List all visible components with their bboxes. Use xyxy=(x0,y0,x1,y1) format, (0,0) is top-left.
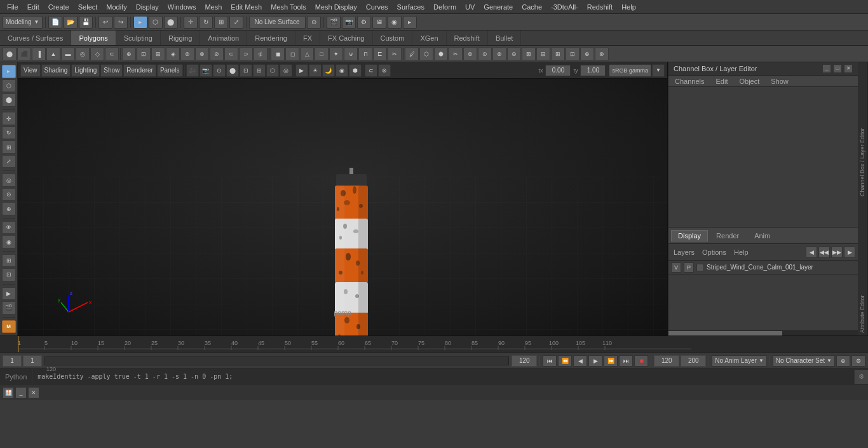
tab-custom[interactable]: Custom xyxy=(373,31,413,45)
lasso-select-btn[interactable]: ⬡ xyxy=(149,16,163,29)
live-surface-btn[interactable]: No Live Surface xyxy=(249,16,306,29)
shelf-extract-btn[interactable]: ⊏ xyxy=(373,47,387,61)
start-frame-input[interactable] xyxy=(3,355,22,367)
vp-tx-input[interactable] xyxy=(545,65,571,76)
display-render-btn[interactable]: 🖥 xyxy=(372,16,386,29)
tab-fx-caching[interactable]: FX Caching xyxy=(320,31,372,45)
menu-redshift[interactable]: Redshift xyxy=(583,2,617,12)
menu-generate[interactable]: Generate xyxy=(479,2,517,12)
char-set-btn2[interactable]: ⚙ xyxy=(851,355,865,367)
shelf-plane-btn[interactable]: ▬ xyxy=(61,47,75,61)
shelf-bool-int-btn[interactable]: ⊄ xyxy=(254,47,268,61)
le-tab-anim[interactable]: Anim xyxy=(747,230,777,241)
le-tab-render[interactable]: Render xyxy=(709,230,746,241)
vp-obj-btn[interactable]: ⬤ xyxy=(226,64,239,77)
shelf-sine-btn[interactable]: ⊕ xyxy=(580,47,594,61)
render-btn[interactable]: 🎬 xyxy=(327,16,341,29)
vp-txtr-btn[interactable]: ⬢ xyxy=(349,64,362,77)
persp-toggle-btn[interactable]: ◉ xyxy=(388,16,402,29)
shelf-multi-cut-btn[interactable]: ✂ xyxy=(388,47,402,61)
auto-key-btn[interactable]: ⏺ xyxy=(634,355,648,367)
snap-grid-tool[interactable]: ⊕ xyxy=(2,202,16,215)
snap-points-tool[interactable]: ⊙ xyxy=(2,188,16,201)
shelf-uv-layout-btn[interactable]: ⬢ xyxy=(434,47,448,61)
vp-menu-renderer[interactable]: Renderer xyxy=(123,64,156,77)
menu-uv[interactable]: UV xyxy=(461,2,479,12)
menu-windows[interactable]: Windows xyxy=(163,2,201,12)
menu-modify[interactable]: Modify xyxy=(102,2,131,12)
vp-lighting-btn[interactable]: ☀ xyxy=(309,64,322,77)
tab-sculpting[interactable]: Sculpting xyxy=(116,31,161,45)
window-close-btn[interactable]: ✕ xyxy=(28,387,39,398)
shelf-twist-btn[interactable]: ⊗ xyxy=(595,47,609,61)
tab-fx[interactable]: FX xyxy=(295,31,320,45)
ipr-render-btn[interactable]: 📷 xyxy=(342,16,356,29)
vp-render-btn[interactable]: ▶ xyxy=(295,64,308,77)
go-to-end-btn[interactable]: ⏭ xyxy=(619,355,633,367)
vp-hide-btn[interactable]: ⊗ xyxy=(378,64,391,77)
menu-edit-mesh[interactable]: Edit Mesh xyxy=(226,2,266,12)
tab-curves-surfaces[interactable]: Curves / Surfaces xyxy=(0,31,71,45)
quick-layout-btn[interactable]: ⊞ xyxy=(2,254,16,268)
layer-p-btn-0[interactable]: P xyxy=(684,262,694,273)
go-to-start-btn[interactable]: ⏮ xyxy=(543,355,557,367)
shelf-xray-btn[interactable]: ⊙ xyxy=(478,47,492,61)
panel-collapse-btn[interactable]: _ xyxy=(822,64,831,73)
shelf-smooth-mesh-btn[interactable]: ◼ xyxy=(271,47,285,61)
open-file-btn[interactable]: 📂 xyxy=(64,16,78,29)
shelf-reduce-btn[interactable]: ◻ xyxy=(285,47,299,61)
anim-layer-dropdown[interactable]: No Anim Layer ▼ xyxy=(712,355,767,367)
viewport-canvas[interactable]: persp x y z xyxy=(18,79,667,336)
tab-polygons[interactable]: Polygons xyxy=(71,31,116,45)
vp-cam3-btn[interactable]: ⊙ xyxy=(213,64,226,77)
menu-help[interactable]: Help xyxy=(617,2,641,12)
shelf-combine-btn[interactable]: ⊎ xyxy=(344,47,358,61)
menu-mesh[interactable]: Mesh xyxy=(200,2,226,12)
paint-select-tool[interactable]: ⬤ xyxy=(2,93,16,107)
shelf-cleanup-btn[interactable]: ✦ xyxy=(329,47,343,61)
le-tab-display[interactable]: Display xyxy=(671,230,708,241)
layer-scrollbar-thumb[interactable] xyxy=(668,331,782,336)
vp-wire-btn[interactable]: ⬡ xyxy=(266,64,279,77)
shelf-torus-btn[interactable]: ◎ xyxy=(76,47,90,61)
menu-cache[interactable]: Cache xyxy=(517,2,546,12)
vp-colorspace-arrow[interactable]: ▼ xyxy=(652,64,665,77)
shelf-cone-btn[interactable]: ▲ xyxy=(46,47,60,61)
char-set-dropdown[interactable]: No Character Set ▼ xyxy=(773,355,835,367)
shelf-cluster-btn[interactable]: ⊟ xyxy=(536,47,550,61)
vp-grid-btn[interactable]: ⊞ xyxy=(253,64,266,77)
shelf-fill-btn[interactable]: ⊗ xyxy=(195,47,209,61)
render-settings-btn[interactable]: ⚙ xyxy=(357,16,371,29)
menu-3dtoa[interactable]: -3DtoAll- xyxy=(546,2,583,12)
vp-shadow-btn[interactable]: 🌙 xyxy=(322,64,335,77)
undo-btn[interactable]: ↩ xyxy=(98,16,112,29)
menu-edit[interactable]: Edit xyxy=(23,2,44,12)
shelf-cube-btn[interactable]: ⬛ xyxy=(17,47,31,61)
menu-select[interactable]: Select xyxy=(74,2,102,12)
layer-prev-btn[interactable]: ◀ xyxy=(806,247,817,258)
playblast-btn[interactable]: 🎬 xyxy=(2,301,16,315)
shelf-pipe-btn[interactable]: ⊂ xyxy=(105,47,119,61)
current-frame-input[interactable] xyxy=(23,355,42,367)
layer-add-btn[interactable]: ◀◀ xyxy=(818,247,830,258)
scale-tool[interactable]: ⊞ xyxy=(2,140,16,154)
le-menu-help[interactable]: Help xyxy=(731,247,751,257)
tab-bullet[interactable]: Bullet xyxy=(488,31,522,45)
vp-camera-btn[interactable]: 🎥 xyxy=(186,64,199,77)
vp-smooth-btn[interactable]: ◎ xyxy=(280,64,292,77)
shelf-lattice-btn[interactable]: ⊠ xyxy=(522,47,536,61)
panel-float-btn[interactable]: □ xyxy=(833,64,842,73)
vp-menu-panels[interactable]: Panels xyxy=(157,64,183,77)
vp-colorspace-btn[interactable]: sRGB gamma xyxy=(609,64,651,77)
transform-tool-btn[interactable]: ⤢ xyxy=(229,16,243,29)
vp-menu-lighting[interactable]: Lighting xyxy=(71,64,100,77)
layer-next-btn[interactable]: ▶ xyxy=(844,247,855,258)
tab-xgen[interactable]: XGen xyxy=(412,31,446,45)
layer-scrollbar[interactable] xyxy=(668,330,858,336)
window-icon[interactable]: 🪟 xyxy=(3,387,14,398)
shelf-prism-btn[interactable]: ◇ xyxy=(90,47,104,61)
cb-tab-edit[interactable]: Edit xyxy=(713,76,730,86)
shelf-extrude-btn[interactable]: ⊡ xyxy=(137,47,151,61)
attribute-editor-vertical-tab[interactable]: Attribute Editor xyxy=(858,199,868,336)
soft-select-tool[interactable]: ◎ xyxy=(2,173,16,187)
